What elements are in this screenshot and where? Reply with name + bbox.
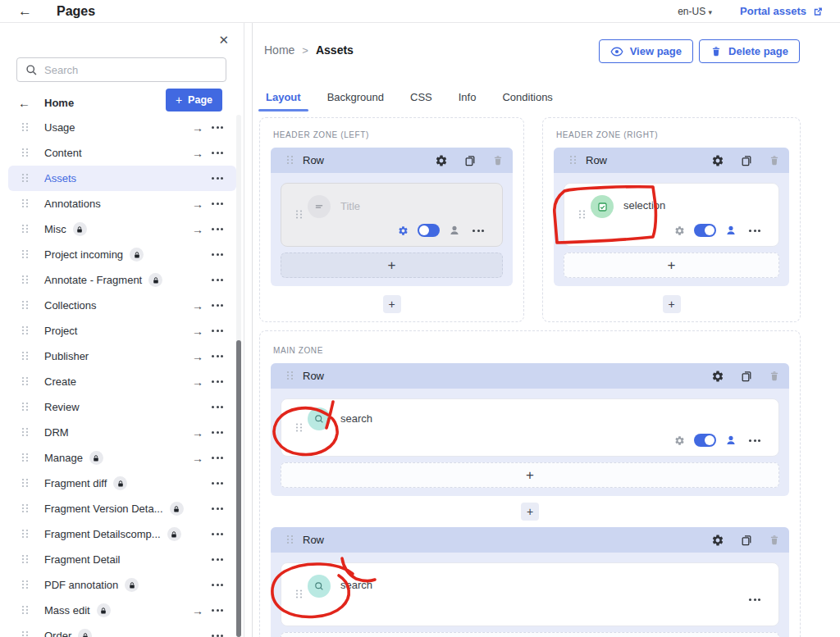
row-duplicate-icon[interactable]: [740, 534, 753, 547]
add-page-button[interactable]: + Page: [166, 89, 222, 111]
tab-conditions[interactable]: Conditions: [495, 84, 559, 111]
view-page-button[interactable]: View page: [599, 39, 693, 63]
more-menu-icon[interactable]: [210, 504, 225, 513]
person-icon[interactable]: [725, 435, 737, 446]
row-settings-gear-icon[interactable]: [711, 534, 724, 547]
sidebar-item[interactable]: Fragment Version Deta...: [8, 496, 236, 521]
sidebar-item[interactable]: Content →: [8, 140, 236, 166]
row-duplicate-icon[interactable]: [740, 154, 753, 167]
more-menu-icon[interactable]: [210, 275, 225, 284]
sidebar-item[interactable]: Collections →: [8, 293, 236, 318]
drag-handle-icon[interactable]: [22, 606, 29, 615]
sidebar-item[interactable]: Publisher →: [8, 344, 236, 369]
visibility-toggle[interactable]: [418, 224, 440, 237]
drag-handle-icon[interactable]: [579, 211, 586, 220]
drag-handle-icon[interactable]: [22, 148, 29, 157]
sidebar-item[interactable]: Assets: [8, 166, 236, 191]
drag-handle-icon[interactable]: [287, 371, 294, 380]
row-header[interactable]: Row: [271, 527, 789, 553]
drag-handle-icon[interactable]: [22, 555, 29, 564]
sidebar-item[interactable]: DRM →: [8, 420, 236, 445]
drag-handle-icon[interactable]: [22, 326, 29, 335]
breadcrumb-home[interactable]: Home: [264, 43, 294, 57]
back-arrow-icon[interactable]: ←: [18, 96, 30, 110]
portal-assets-link[interactable]: Portal assets: [740, 5, 824, 17]
sidebar-item-arrow[interactable]: →: [187, 375, 208, 389]
tab-layout[interactable]: Layout: [258, 84, 308, 111]
sidebar-item-arrow[interactable]: →: [187, 452, 208, 465]
tab-background[interactable]: Background: [320, 84, 391, 111]
more-menu-icon[interactable]: [210, 225, 225, 234]
row-settings-gear-icon[interactable]: [435, 154, 448, 167]
widget-gear-icon[interactable]: [674, 225, 685, 236]
drag-handle-icon[interactable]: [22, 275, 29, 284]
visibility-toggle[interactable]: [694, 224, 716, 237]
search-input[interactable]: [44, 64, 217, 76]
sidebar-item[interactable]: Manage →: [8, 445, 236, 471]
back-arrow-icon[interactable]: ←: [18, 3, 32, 20]
drag-handle-icon[interactable]: [287, 535, 294, 544]
sidebar-item-arrow[interactable]: →: [187, 325, 208, 338]
sidebar-item-arrow[interactable]: →: [187, 223, 208, 236]
drag-handle-icon[interactable]: [287, 156, 294, 165]
sidebar-item[interactable]: Project incoming: [8, 242, 236, 267]
add-row-button[interactable]: +: [663, 295, 681, 313]
title-widget[interactable]: Title: [281, 183, 503, 247]
more-menu-icon[interactable]: [210, 377, 225, 386]
row-header[interactable]: Row: [554, 148, 789, 173]
row-delete-icon[interactable]: [492, 154, 504, 166]
more-menu-icon[interactable]: [747, 595, 762, 604]
sidebar-item[interactable]: Mass edit →: [8, 598, 236, 623]
drag-handle-icon[interactable]: [570, 156, 577, 165]
row-duplicate-icon[interactable]: [463, 154, 477, 167]
drag-handle-icon[interactable]: [22, 479, 29, 488]
tab-info[interactable]: Info: [451, 84, 484, 111]
drag-handle-icon[interactable]: [22, 225, 29, 234]
sidebar-item[interactable]: Usage →: [8, 115, 236, 140]
more-menu-icon[interactable]: [210, 301, 225, 310]
sidebar-item-arrow[interactable]: →: [187, 604, 208, 617]
sidebar-item[interactable]: Fragment Detail: [8, 547, 236, 572]
drag-handle-icon[interactable]: [22, 199, 29, 208]
more-menu-icon[interactable]: [210, 403, 225, 412]
selection-widget[interactable]: selection: [564, 183, 779, 247]
more-menu-icon[interactable]: [210, 453, 225, 462]
row-header[interactable]: Row: [271, 148, 513, 173]
more-menu-icon[interactable]: [210, 530, 225, 539]
drag-handle-icon[interactable]: [22, 504, 29, 513]
more-menu-icon[interactable]: [210, 428, 225, 437]
drag-handle-icon[interactable]: [296, 423, 303, 432]
drag-handle-icon[interactable]: [22, 453, 29, 462]
sidebar-item-arrow[interactable]: →: [187, 121, 208, 134]
more-menu-icon[interactable]: [471, 226, 486, 235]
add-widget-area[interactable]: +: [281, 632, 779, 637]
sidebar-item[interactable]: Review: [8, 394, 236, 420]
delete-page-button[interactable]: Delete page: [699, 39, 800, 63]
more-menu-icon[interactable]: [747, 436, 762, 445]
more-menu-icon[interactable]: [210, 631, 225, 637]
drag-handle-icon[interactable]: [22, 250, 29, 259]
drag-handle-icon[interactable]: [22, 174, 29, 183]
sidebar-scrollbar-thumb[interactable]: [236, 340, 241, 637]
sidebar-item[interactable]: PDF annotation: [8, 572, 236, 598]
row-header[interactable]: Row: [271, 363, 789, 389]
more-menu-icon[interactable]: [210, 148, 225, 157]
drag-handle-icon[interactable]: [22, 301, 29, 310]
add-row-button[interactable]: +: [383, 295, 401, 313]
drag-handle-icon[interactable]: [22, 352, 29, 361]
sidebar-item-arrow[interactable]: →: [187, 299, 208, 312]
sidebar-item[interactable]: Fragment diff: [8, 471, 236, 496]
add-row-button[interactable]: +: [521, 503, 539, 521]
row-delete-icon[interactable]: [769, 534, 780, 546]
search-widget[interactable]: search: [281, 398, 779, 457]
drag-handle-icon[interactable]: [296, 590, 303, 599]
more-menu-icon[interactable]: [210, 606, 225, 615]
row-delete-icon[interactable]: [769, 370, 780, 382]
drag-handle-icon[interactable]: [22, 580, 29, 589]
drag-handle-icon[interactable]: [22, 403, 29, 412]
sidebar-item[interactable]: Annotate - Fragment: [8, 267, 236, 293]
search-widget[interactable]: search: [281, 562, 779, 626]
locale-dropdown[interactable]: en-US ▾: [678, 6, 712, 17]
more-menu-icon[interactable]: [210, 123, 225, 132]
drag-handle-icon[interactable]: [22, 377, 29, 386]
